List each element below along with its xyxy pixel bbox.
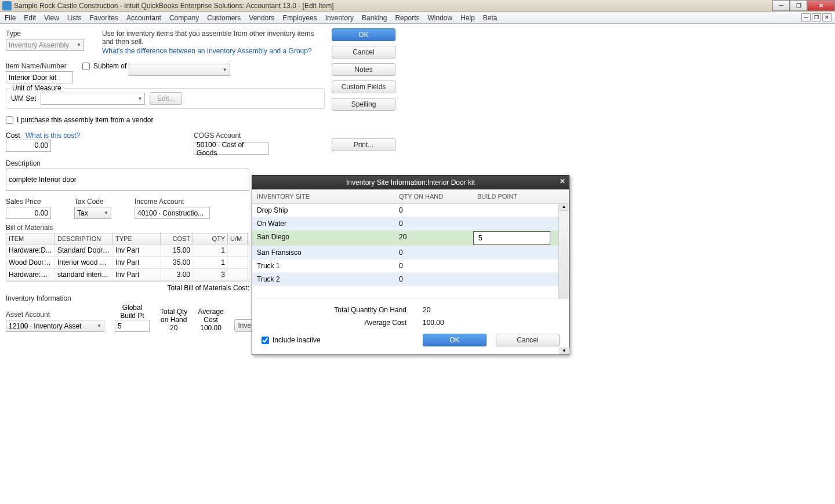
mdi-controls: ─ ❐ ✕ — [801, 13, 832, 21]
purchase-from-vendor-checkbox[interactable] — [6, 116, 13, 124]
menu-vendors[interactable]: Vendors — [249, 14, 274, 22]
work-area: OK Cancel Notes Custom Fields Spelling P… — [0, 24, 835, 504]
menu-view[interactable]: View — [44, 14, 59, 22]
spelling-button[interactable]: Spelling — [332, 98, 395, 111]
total-qty-label1: Total Qty — [160, 308, 187, 316]
tax-code-label: Tax Code — [74, 198, 111, 206]
item-name-input[interactable] — [6, 71, 73, 83]
cogs-combo[interactable]: 50100 · Cost of Goods — [194, 143, 269, 155]
bom-total-label: Total Bill of Materials Cost: — [6, 284, 249, 292]
subitem-checkbox[interactable] — [82, 63, 90, 70]
site-row[interactable]: San Fransisco 0 — [252, 246, 558, 260]
global-build-pt-label2: Build Pt — [120, 312, 144, 320]
site-row[interactable]: Truck 2 0 — [252, 273, 558, 286]
sales-price-input[interactable] — [6, 207, 51, 219]
type-help-text: Use for inventory items that you assembl… — [102, 30, 317, 46]
dialog-title: Inventory Site Information:Interior Door… — [346, 178, 475, 187]
subitem-combo[interactable]: ▼ — [129, 64, 230, 76]
site-col-bp[interactable]: BUILD POINT — [473, 189, 550, 203]
menu-help[interactable]: Help — [460, 14, 475, 22]
cancel-button[interactable]: Cancel — [332, 46, 395, 59]
site-col-site[interactable]: INVENTORY SITE — [252, 189, 394, 203]
asset-account-combo[interactable]: 12100 · Inventory Asset▼ — [6, 320, 104, 332]
site-row-empty[interactable] — [252, 286, 558, 299]
total-qty-value: 20 — [170, 324, 177, 332]
modal-ok-button[interactable]: OK — [423, 334, 487, 346]
uom-combo[interactable]: ▼ — [41, 93, 145, 105]
menu-employees[interactable]: Employees — [282, 14, 317, 22]
bom-col-type[interactable]: TYPE — [113, 233, 161, 244]
global-build-pt-label1: Global — [122, 304, 143, 312]
modal-avgcost-value: 100.00 — [423, 319, 444, 327]
average-cost-label2: Cost — [204, 316, 218, 324]
bom-row[interactable]: Wood Door:I... Interior wood door Inv Pa… — [6, 257, 249, 269]
type-help-link[interactable]: What's the difference between an Invento… — [102, 47, 317, 55]
site-col-qty[interactable]: QTY ON HAND — [394, 189, 473, 203]
mdi-restore-button[interactable]: ❐ — [812, 13, 821, 21]
site-row[interactable]: Truck 1 0 — [252, 260, 558, 273]
site-grid-scrollbar[interactable]: ▲ ▼ — [558, 204, 569, 299]
tax-code-value: Tax — [77, 209, 88, 217]
asset-account-label: Asset Account — [6, 311, 104, 319]
modal-totalqty-label: Total Quantity On Hand — [262, 306, 406, 314]
menu-reports[interactable]: Reports — [395, 14, 419, 22]
bom-table: ITEM DESCRIPTION TYPE COST QTY U/M Hardw… — [6, 233, 249, 282]
tax-code-combo[interactable]: Tax▼ — [74, 207, 111, 219]
sales-price-label: Sales Price — [6, 198, 51, 206]
modal-cancel-button[interactable]: Cancel — [496, 334, 560, 346]
bom-col-item[interactable]: ITEM — [6, 233, 55, 244]
maximize-button[interactable]: ❐ — [790, 0, 807, 11]
menu-customers[interactable]: Customers — [207, 14, 241, 22]
bom-col-desc[interactable]: DESCRIPTION — [55, 233, 113, 244]
bom-col-cost[interactable]: COST — [161, 233, 193, 244]
menu-lists[interactable]: Lists — [67, 14, 82, 22]
chevron-down-icon: ▼ — [137, 96, 142, 101]
site-row[interactable]: Drop Ship 0 — [252, 204, 558, 217]
notes-button[interactable]: Notes — [332, 63, 395, 76]
menu-favorites[interactable]: Favorites — [90, 14, 118, 22]
dialog-close-button[interactable]: ✕ — [560, 177, 565, 185]
action-button-column: OK Cancel Notes Custom Fields Spelling P… — [332, 28, 395, 151]
menu-beta[interactable]: Beta — [483, 14, 498, 22]
bom-row[interactable]: Hardware:D... Standard Doork... Inv Part… — [6, 244, 249, 257]
bom-col-qty[interactable]: QTY — [193, 233, 228, 244]
menu-window[interactable]: Window — [427, 14, 452, 22]
ok-button[interactable]: OK — [332, 28, 395, 41]
site-grid-header: INVENTORY SITE QTY ON HAND BUILD POINT — [252, 189, 569, 204]
menu-banking[interactable]: Banking — [362, 14, 387, 22]
cost-help-link[interactable]: What is this cost? — [26, 132, 80, 140]
menu-accountant[interactable]: Accountant — [126, 14, 161, 22]
income-account-combo[interactable]: 40100 · Constructio... — [135, 207, 210, 219]
scroll-down-icon[interactable]: ▼ — [559, 348, 569, 355]
modal-avgcost-label: Average Cost — [262, 319, 406, 327]
bom-col-um[interactable]: U/M — [228, 233, 248, 244]
close-button[interactable]: ✕ — [807, 0, 835, 11]
print-button[interactable]: Print... — [332, 138, 395, 151]
average-cost-label1: Average — [198, 308, 223, 316]
dialog-titlebar: Inventory Site Information:Interior Door… — [252, 176, 569, 189]
scroll-up-icon[interactable]: ▲ — [559, 204, 569, 211]
uom-edit-button[interactable]: Edit... — [150, 92, 182, 105]
mdi-minimize-button[interactable]: ─ — [801, 13, 811, 21]
menu-company[interactable]: Company — [169, 14, 199, 22]
mdi-close-button[interactable]: ✕ — [822, 13, 832, 21]
site-row[interactable]: San Diego 20 5 — [252, 231, 558, 246]
window-title: Sample Rock Castle Construction - Intuit… — [14, 2, 334, 10]
cost-input[interactable] — [6, 140, 51, 152]
type-value: Inventory Assembly — [9, 41, 69, 49]
menu-bar: File Edit View Lists Favorites Accountan… — [0, 12, 835, 24]
type-combo[interactable]: Inventory Assembly▼ — [6, 39, 84, 51]
custom-fields-button[interactable]: Custom Fields — [332, 81, 395, 93]
chevron-down-icon: ▼ — [223, 67, 227, 72]
uom-box-title: Unit of Measure — [10, 84, 64, 92]
minimize-button[interactable]: ─ — [772, 0, 790, 11]
description-input[interactable] — [6, 169, 249, 191]
include-inactive-checkbox[interactable] — [262, 337, 269, 344]
bom-row[interactable]: Hardware:Br... standard interior... Inv … — [6, 269, 249, 281]
description-label: Description — [6, 159, 406, 167]
global-build-pt-input[interactable] — [115, 320, 150, 332]
site-row[interactable]: On Water 0 — [252, 217, 558, 231]
menu-edit[interactable]: Edit — [24, 14, 36, 22]
menu-inventory[interactable]: Inventory — [325, 14, 354, 22]
menu-file[interactable]: File — [5, 14, 16, 22]
